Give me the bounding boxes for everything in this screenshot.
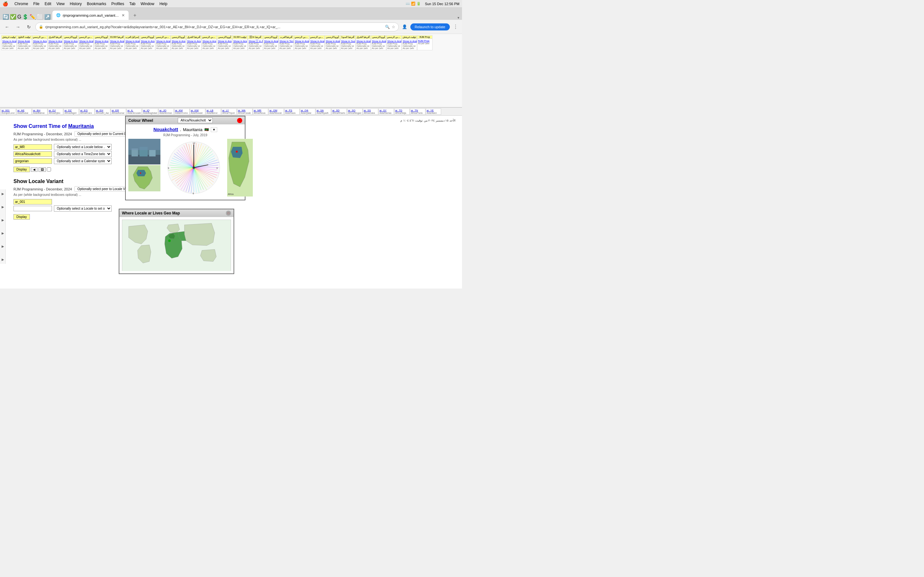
- top-cell-14[interactable]: أوروبا الرسمي Show in Ara RJM Prog Optio…: [217, 35, 232, 50]
- tab-toolbar-icon-square[interactable]: ⬜: [37, 14, 43, 20]
- sub-cell-7[interactable]: ar_ER Africa/Asmar: [111, 108, 126, 115]
- tab-overflow-button[interactable]: ▾: [457, 16, 459, 20]
- top-cell-2[interactable]: العربي الرسمي Show in Ara RJM Prog Optio…: [32, 35, 47, 50]
- forward-button[interactable]: →: [13, 23, 23, 31]
- menu-file[interactable]: File: [33, 2, 39, 6]
- menu-profiles[interactable]: Profiles: [111, 2, 124, 6]
- sub-cell-3[interactable]: ar_DJ Africa/Djibo: [48, 108, 63, 115]
- tab-toolbar-icon-pen[interactable]: ✏️: [29, 14, 36, 20]
- extra-checkbox[interactable]: [47, 167, 51, 171]
- sub-cell-24[interactable]: ar_SY Asia/Damas: [379, 108, 394, 115]
- menu-history[interactable]: History: [70, 2, 82, 6]
- top-cell-6[interactable]: أوروبا الرسمي Show in Ara RJM Prog Optio…: [94, 35, 109, 50]
- top-cell-21[interactable]: أوروبا الرسمي Show in Arabi RJM Prog Opt…: [325, 35, 340, 50]
- top-cell-15[interactable]: 01:00+توقيت Show in Ara RJM Prog Optiona…: [232, 35, 248, 50]
- relaunch-button[interactable]: Relaunch to update: [410, 23, 450, 31]
- sub-cell-11[interactable]: ar_KM Indian/Como: [174, 108, 190, 115]
- sidebar-arrow-1[interactable]: ▶: [1, 192, 5, 195]
- top-cell-9[interactable]: أوروبا الرسمي Show in Ara RJM Prog Optio…: [140, 35, 155, 50]
- tab-toolbar-icon-g[interactable]: G: [17, 14, 21, 20]
- top-cell-3[interactable]: أفريقيا الشرق Show in Ara RJM Prog Optio…: [47, 35, 63, 50]
- sub-cell-8[interactable]: ar_IL Asia/Jerusale: [126, 108, 142, 115]
- extra-btn-2[interactable]: 🖼: [39, 167, 46, 172]
- menu-tab[interactable]: Tab: [129, 2, 136, 6]
- calendar-input[interactable]: [13, 158, 52, 164]
- tab-toolbar-icon-1[interactable]: 🔄: [3, 14, 9, 20]
- top-cell-19[interactable]: العربي الرسمي Show in Arabi RJM Prog Opt…: [294, 35, 309, 50]
- menu-chrome[interactable]: Chrome: [15, 2, 28, 6]
- sub-cell-21[interactable]: ar_SD Africa/Kharto: [331, 108, 347, 115]
- sub-cell-6[interactable]: ar_EH Africa/El_Aai: [95, 108, 110, 115]
- extra-btn-1[interactable]: ◀: [31, 167, 37, 172]
- more-options-icon[interactable]: ⋮: [452, 24, 459, 30]
- sub-cell-25[interactable]: ar_TD Africa/Ndja: [394, 108, 410, 115]
- tab-close-button[interactable]: ✕: [121, 13, 125, 18]
- top-cell-16[interactable]: 🇸 in أفريقيا Show 🇸 in Ara RJM Prog Opti…: [248, 35, 263, 50]
- sub-cell-26[interactable]: ar_TN Africa/Tunis: [410, 108, 425, 115]
- active-tab[interactable]: 🌐 rjmprogramming.com.au/i_variant_eg.php…: [52, 10, 129, 20]
- sub-cell-22[interactable]: ar_SO Africa/Mogad: [347, 108, 363, 115]
- sub-cell-14[interactable]: ar_LY Africa/Tripoli: [221, 108, 237, 115]
- timezone-input[interactable]: [13, 151, 52, 157]
- tab-toolbar-icon-dollar[interactable]: 💲: [22, 14, 29, 20]
- top-cell-13[interactable]: العربي الرسمي Show in Ara RJM Prog Optio…: [202, 35, 217, 50]
- top-cell-25[interactable]: العربي الرسمي Show in Arabi RJM Prog Opt…: [386, 35, 402, 50]
- tab-toolbar-icon-2[interactable]: ✅: [10, 14, 16, 20]
- calendar-select[interactable]: Optionally select a Calendar system belo…: [54, 158, 111, 164]
- variant-locale-input[interactable]: [13, 199, 52, 205]
- sub-cell-20[interactable]: ar_SA Asia/Riyadh: [316, 108, 331, 115]
- wheel-info-button[interactable]: ▼: [211, 127, 217, 132]
- menu-view[interactable]: View: [57, 2, 65, 6]
- top-cell-27[interactable]: RJM Prop RJM Prop As per (whi: [417, 35, 433, 50]
- show-time-location-link[interactable]: Mauritania: [68, 123, 94, 129]
- sub-cell-5[interactable]: ar_EG Africa/Cairo: [79, 108, 95, 115]
- sub-cell-27[interactable]: ar_YE Asia/Aden: [426, 108, 441, 115]
- top-cell-17[interactable]: أوروبا الرسمي Show in Arabi RJM Prog Opt…: [263, 35, 278, 50]
- sub-cell-18[interactable]: ar_PS Asia/Gaza: [284, 108, 300, 115]
- top-cell-24[interactable]: أوروبا الرسمي Show in Arabi RJM Prog Opt…: [371, 35, 386, 50]
- sub-cell-23[interactable]: ar_SS Africa/Juba: [363, 108, 378, 115]
- tab-toolbar-icon-arrow[interactable]: ↗️: [44, 14, 51, 20]
- geo-map-close-button[interactable]: □: [226, 211, 231, 216]
- top-cell-20[interactable]: العربي الرسمي Show in Arabi RJM Prog Opt…: [309, 35, 325, 50]
- sub-cell-19[interactable]: ar_QA Asia/Qatar: [300, 108, 315, 115]
- locale-select[interactable]: Optionally select a Locale below ...: [54, 144, 111, 150]
- locale-input[interactable]: [13, 144, 52, 150]
- sub-cell-9[interactable]: ar_IQ Asia/Baghdad: [142, 108, 158, 115]
- top-cell-11[interactable]: أوروبا الرسمي Show in Ara RJM Prog Optio…: [171, 35, 186, 50]
- variant-locale-select[interactable]: Optionally select a Locale to set option…: [54, 205, 111, 211]
- sub-cell-16[interactable]: ar_MR Africa/Noua: [253, 108, 268, 115]
- sub-cell-0[interactable]: ar_001 Europe/Lond: [1, 108, 16, 115]
- top-cell-0[interactable]: توقيت غرينتش Show in Arabic RJM Prog Opt…: [1, 35, 17, 50]
- apple-menu[interactable]: 🍎: [3, 1, 8, 6]
- reload-button[interactable]: ↻: [24, 23, 33, 31]
- menu-window[interactable]: Window: [141, 2, 154, 6]
- colour-wheel-close-button[interactable]: ×: [237, 118, 242, 123]
- sidebar-arrow-2[interactable]: ▶: [1, 205, 5, 209]
- variant-display-input[interactable]: [13, 206, 52, 211]
- timezone-select[interactable]: Optionally select a TimeZone below ...: [54, 151, 111, 157]
- new-tab-button[interactable]: +: [130, 11, 139, 20]
- sub-cell-1[interactable]: ar_AE Asia/Dubai: [16, 108, 32, 115]
- top-cell-5[interactable]: العربي الرسمي Show in Arabic RJM Prog Op…: [78, 35, 94, 50]
- top-cell-23[interactable]: أفريقيا الشرق Show in Arabi RJM Prog Opt…: [355, 35, 371, 50]
- menu-bookmarks[interactable]: Bookmarks: [87, 2, 106, 6]
- locale-variant-display-button[interactable]: Display: [13, 214, 30, 219]
- bookmark-icon[interactable]: ☆: [392, 25, 395, 29]
- colour-wheel-dropdown[interactable]: Africa/Nouakchott: [178, 118, 213, 123]
- top-cell-26[interactable]: توقيت غرينتش Show in Arabi RJM Prog Opti…: [402, 35, 417, 50]
- sub-cell-15[interactable]: ar_MA Africa/Casab: [237, 108, 252, 115]
- sub-cell-10[interactable]: ar_JO Asia/Amman: [158, 108, 174, 115]
- sub-cell-4[interactable]: ar_DZ Africa/Algeri: [63, 108, 79, 115]
- sub-cell-2[interactable]: ar_BH Asia/Bahrai: [32, 108, 47, 115]
- back-button[interactable]: ←: [3, 23, 11, 31]
- top-cell-22[interactable]: أفريقيا السودا Show in Sudan RJM Prog Op…: [340, 35, 355, 50]
- top-cell-18[interactable]: أفريقيا العرب Show in Territ RJM Prog Op…: [278, 35, 294, 50]
- sub-cell-17[interactable]: ar_OM Asia/Muscat: [268, 108, 284, 115]
- top-cell-1[interactable]: توقيت الخليج Show Arab RJM Prog Optional…: [17, 35, 32, 50]
- sidebar-arrow-6[interactable]: ▶: [1, 258, 5, 261]
- top-cell-10[interactable]: العربي الرسمي Show in Arabi RJM Prog Opt…: [155, 35, 171, 50]
- top-cell-4[interactable]: أوروبا الرسمي Show in Ara RJM Prog Optio…: [63, 35, 78, 50]
- display-button[interactable]: Display: [13, 167, 30, 172]
- address-bar[interactable]: 🔒 rjmprogramming.com.au/i_variant_eg.php…: [35, 23, 399, 31]
